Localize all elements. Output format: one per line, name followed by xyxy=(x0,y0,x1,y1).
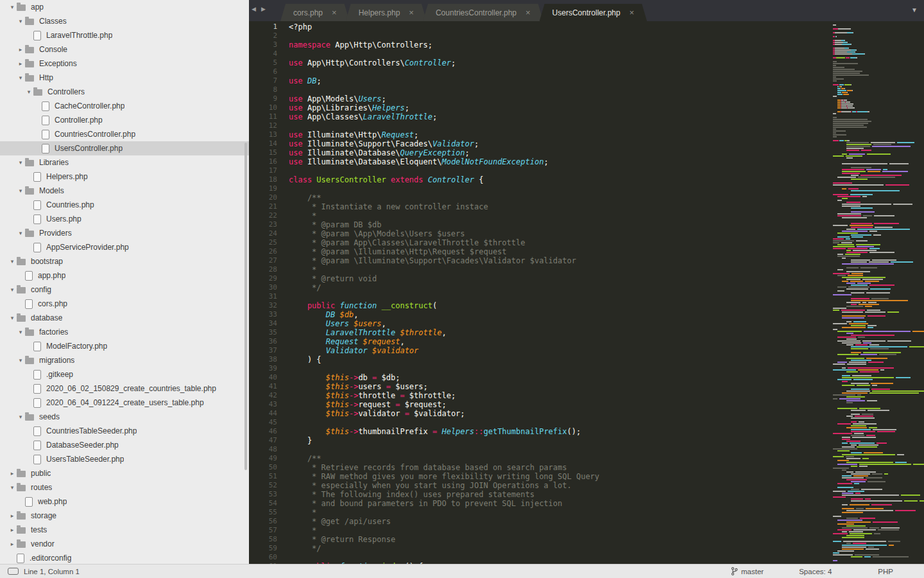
tree-folder-bootstrap[interactable]: ▾bootstrap xyxy=(0,254,249,268)
expand-triangle-icon[interactable]: ▸ xyxy=(8,466,17,480)
tree-file-CacheController.php[interactable]: CacheController.php xyxy=(0,99,249,113)
code-view[interactable]: 1<?php23namespace App\Http\Controllers;4… xyxy=(249,22,834,564)
tree-folder-routes[interactable]: ▾routes xyxy=(0,480,249,495)
indentation-status[interactable]: Spaces: 4 xyxy=(799,568,832,575)
tree-folder-seeds[interactable]: ▾seeds xyxy=(0,410,249,424)
tree-folder-Console[interactable]: ▸Console xyxy=(0,42,249,57)
tab-UsersController.php[interactable]: UsersController.php× xyxy=(540,4,647,21)
minimap-row xyxy=(833,385,921,386)
tree-file-web.php[interactable]: web.php xyxy=(0,495,249,509)
tree-folder-Models[interactable]: ▾Models xyxy=(0,184,249,198)
tree-folder-public[interactable]: ▸public xyxy=(0,466,249,480)
tree-folder-Libraries[interactable]: ▾Libraries xyxy=(0,155,249,170)
tree-file-CountriesController.php[interactable]: CountriesController.php xyxy=(0,127,249,141)
sidebar-scrollbar[interactable] xyxy=(244,143,247,470)
tab-CountriesController.php[interactable]: CountriesController.php× xyxy=(423,4,543,21)
tree-file-LaravelThrottle.php[interactable]: LaravelThrottle.php xyxy=(0,28,249,42)
close-tab-icon[interactable]: × xyxy=(332,8,337,17)
code-line-text: Users $users, xyxy=(289,319,386,328)
minimap-row xyxy=(833,485,921,486)
tab-cors.php[interactable]: cors.php× xyxy=(280,4,350,21)
collapse-triangle-icon[interactable]: ▾ xyxy=(16,353,25,367)
collapse-triangle-icon[interactable]: ▾ xyxy=(8,311,17,325)
minimap-row xyxy=(833,300,921,301)
tree-folder-config[interactable]: ▾config xyxy=(0,283,249,297)
tree-folder-Controllers[interactable]: ▾Controllers xyxy=(0,85,249,99)
tree-folder-factories[interactable]: ▾factories xyxy=(0,325,249,339)
tree-folder-Classes[interactable]: ▾Classes xyxy=(0,14,249,28)
tree-folder-vendor[interactable]: ▸vendor xyxy=(0,537,249,551)
tree-file-2020_06_02_150829_create_countries_table.php[interactable]: 2020_06_02_150829_create_countries_table… xyxy=(0,381,249,396)
minimap-row xyxy=(833,103,921,105)
tree-item-label: AppServiceProvider.php xyxy=(46,240,129,254)
tree-item-label: .editorconfig xyxy=(30,551,71,564)
tree-file-Users.php[interactable]: Users.php xyxy=(0,212,249,226)
expand-triangle-icon[interactable]: ▸ xyxy=(16,42,25,57)
tree-file-Countries.php[interactable]: Countries.php xyxy=(0,198,249,212)
tree-folder-app[interactable]: ▾app xyxy=(0,0,249,14)
tree-folder-storage[interactable]: ▸storage xyxy=(0,509,249,523)
code-line: 36 Request $request, xyxy=(249,337,834,346)
tree-folder-migrations[interactable]: ▾migrations xyxy=(0,353,249,367)
collapse-triangle-icon[interactable]: ▾ xyxy=(16,184,25,198)
tree-file-DatabaseSeeder.php[interactable]: DatabaseSeeder.php xyxy=(0,438,249,452)
code-line-text: /** xyxy=(289,193,321,202)
collapse-triangle-icon[interactable]: ▾ xyxy=(16,14,25,28)
tree-folder-tests[interactable]: ▸tests xyxy=(0,523,249,537)
git-branch-status[interactable]: master xyxy=(731,567,764,575)
code-editor[interactable]: 1<?php23namespace App\Http\Controllers;4… xyxy=(249,21,924,564)
code-line: 29 * @return void xyxy=(249,274,834,283)
collapse-triangle-icon[interactable]: ▾ xyxy=(16,71,25,85)
tree-file-.editorconfig[interactable]: .editorconfig xyxy=(0,551,249,564)
tab-overflow-dropdown-icon[interactable]: ▼ xyxy=(911,6,918,13)
collapse-triangle-icon[interactable]: ▾ xyxy=(8,254,17,268)
tree-folder-database[interactable]: ▾database xyxy=(0,311,249,325)
code-line: 21 * Instantiate a new controller instac… xyxy=(249,202,834,211)
collapse-triangle-icon[interactable]: ▾ xyxy=(16,226,25,240)
minimap-row xyxy=(833,437,921,438)
forward-icon[interactable]: ▶ xyxy=(261,6,271,12)
tree-file-ModelFactory.php[interactable]: ModelFactory.php xyxy=(0,339,249,353)
tree-file-Helpers.php[interactable]: Helpers.php xyxy=(0,170,249,184)
close-tab-icon[interactable]: × xyxy=(409,8,414,17)
code-line-text: use App\Models\Users; xyxy=(289,94,386,103)
collapse-triangle-icon[interactable]: ▾ xyxy=(24,85,33,99)
folder-icon xyxy=(17,485,26,491)
tree-file-app.php[interactable]: app.php xyxy=(0,268,249,283)
collapse-triangle-icon[interactable]: ▾ xyxy=(16,155,25,170)
collapse-triangle-icon[interactable]: ▾ xyxy=(8,480,17,495)
tree-file-AppServiceProvider.php[interactable]: AppServiceProvider.php xyxy=(0,240,249,254)
collapse-triangle-icon[interactable]: ▾ xyxy=(8,0,17,14)
back-icon[interactable]: ◀ xyxy=(252,6,261,12)
minimap-row xyxy=(833,107,921,109)
tree-file-UsersController.php[interactable]: UsersController.php xyxy=(0,141,249,155)
tab-Helpers.php[interactable]: Helpers.php× xyxy=(346,4,427,21)
close-tab-icon[interactable]: × xyxy=(526,8,531,17)
minimap-row xyxy=(833,229,921,230)
tree-folder-Exceptions[interactable]: ▸Exceptions xyxy=(0,57,249,71)
collapse-triangle-icon[interactable]: ▾ xyxy=(8,283,17,297)
minimap[interactable] xyxy=(830,21,924,564)
collapse-triangle-icon[interactable]: ▾ xyxy=(16,410,25,424)
expand-triangle-icon[interactable]: ▸ xyxy=(8,537,17,551)
tree-folder-Providers[interactable]: ▾Providers xyxy=(0,226,249,240)
syntax-status[interactable]: PHP xyxy=(878,568,893,575)
cursor-position[interactable]: Line 1, Column 1 xyxy=(8,568,80,575)
tree-file-CountriesTableSeeder.php[interactable]: CountriesTableSeeder.php xyxy=(0,424,249,438)
tree-item-label: app.php xyxy=(38,268,65,283)
minimap-row xyxy=(833,429,921,430)
tree-file-UsersTableSeeder.php[interactable]: UsersTableSeeder.php xyxy=(0,452,249,466)
tree-item-label: Providers xyxy=(39,226,72,240)
expand-triangle-icon[interactable]: ▸ xyxy=(16,57,25,71)
close-tab-icon[interactable]: × xyxy=(629,8,635,17)
tree-folder-Http[interactable]: ▾Http xyxy=(0,71,249,85)
tree-file-2020_06_04_091224_create_users_table.php[interactable]: 2020_06_04_091224_create_users_table.php xyxy=(0,396,249,410)
expand-triangle-icon[interactable]: ▸ xyxy=(8,509,17,523)
tree-file-.gitkeep[interactable]: .gitkeep xyxy=(0,367,249,381)
expand-triangle-icon[interactable]: ▸ xyxy=(8,523,17,537)
tree-file-Controller.php[interactable]: Controller.php xyxy=(0,113,249,127)
collapse-triangle-icon[interactable]: ▾ xyxy=(16,325,25,339)
tree-file-cors.php[interactable]: cors.php xyxy=(0,297,249,311)
minimap-row xyxy=(833,506,921,507)
minimap-row xyxy=(833,521,921,523)
